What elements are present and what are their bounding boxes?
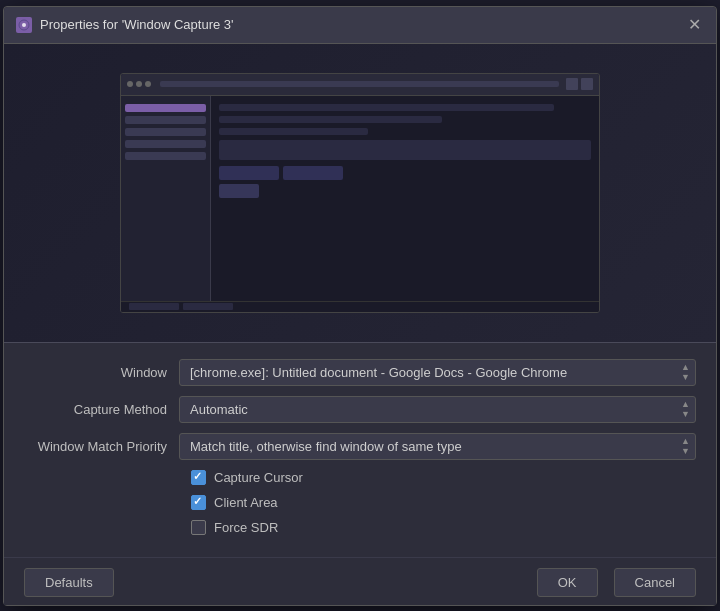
screen-preview bbox=[120, 73, 600, 313]
address-bar bbox=[160, 81, 559, 87]
fake-small-btn bbox=[219, 184, 259, 198]
taskbar bbox=[121, 301, 599, 312]
screen-bar bbox=[121, 74, 599, 96]
close-button[interactable]: ✕ bbox=[684, 15, 704, 35]
svg-point-1 bbox=[22, 23, 26, 27]
dot1 bbox=[127, 81, 133, 87]
window-match-priority-select[interactable]: Match title, otherwise find window of sa… bbox=[179, 433, 696, 460]
settings-panel: Window [chrome.exe]: Untitled document -… bbox=[4, 342, 716, 557]
checkboxes-area: Capture Cursor Client Area Force SDR bbox=[24, 470, 696, 535]
fake-sidebar bbox=[121, 96, 211, 312]
fake-btn-2 bbox=[283, 166, 343, 180]
preview-screenshot bbox=[4, 44, 716, 342]
capture-method-select-wrapper: AutomaticBitBltWindows 10 (1903 and up) … bbox=[179, 396, 696, 423]
client-area-checkbox[interactable] bbox=[191, 495, 206, 510]
content-dropdown bbox=[219, 140, 591, 160]
sidebar-item-3 bbox=[125, 128, 206, 136]
dialog-title: Properties for 'Window Capture 3' bbox=[40, 17, 234, 32]
nav-btn1 bbox=[566, 78, 578, 90]
screen-body bbox=[121, 96, 599, 312]
capture-cursor-row: Capture Cursor bbox=[191, 470, 696, 485]
client-area-label[interactable]: Client Area bbox=[214, 495, 278, 510]
sidebar-item-5 bbox=[125, 152, 206, 160]
capture-method-select[interactable]: AutomaticBitBltWindows 10 (1903 and up) bbox=[179, 396, 696, 423]
properties-dialog: Properties for 'Window Capture 3' ✕ bbox=[3, 6, 717, 606]
content-btn-row bbox=[219, 166, 591, 180]
preview-area bbox=[4, 44, 716, 342]
sidebar-item-4 bbox=[125, 140, 206, 148]
window-select-wrapper: [chrome.exe]: Untitled document - Google… bbox=[179, 359, 696, 386]
taskbar-item-1 bbox=[129, 303, 179, 310]
window-match-priority-label: Window Match Priority bbox=[24, 439, 179, 454]
window-match-priority-select-wrapper: Match title, otherwise find window of sa… bbox=[179, 433, 696, 460]
defaults-button[interactable]: Defaults bbox=[24, 568, 114, 597]
force-sdr-row: Force SDR bbox=[191, 520, 696, 535]
dot3 bbox=[145, 81, 151, 87]
window-label: Window bbox=[24, 365, 179, 380]
title-bar: Properties for 'Window Capture 3' ✕ bbox=[4, 7, 716, 44]
capture-method-row: Capture Method AutomaticBitBltWindows 10… bbox=[24, 396, 696, 423]
content-row-3 bbox=[219, 128, 368, 135]
content-row-1 bbox=[219, 104, 554, 111]
client-area-row: Client Area bbox=[191, 495, 696, 510]
taskbar-item-2 bbox=[183, 303, 233, 310]
window-select[interactable]: [chrome.exe]: Untitled document - Google… bbox=[179, 359, 696, 386]
nav-btn2 bbox=[581, 78, 593, 90]
cancel-button[interactable]: Cancel bbox=[614, 568, 696, 597]
fake-btn-1 bbox=[219, 166, 279, 180]
fake-main bbox=[211, 96, 599, 312]
capture-cursor-checkbox[interactable] bbox=[191, 470, 206, 485]
force-sdr-checkbox[interactable] bbox=[191, 520, 206, 535]
sidebar-item-1 bbox=[125, 104, 206, 112]
close-icon: ✕ bbox=[688, 15, 701, 34]
right-buttons: OK Cancel bbox=[537, 568, 696, 597]
obs-icon bbox=[16, 17, 32, 33]
capture-cursor-label[interactable]: Capture Cursor bbox=[214, 470, 303, 485]
window-row: Window [chrome.exe]: Untitled document -… bbox=[24, 359, 696, 386]
sidebar-item-2 bbox=[125, 116, 206, 124]
window-match-priority-row: Window Match Priority Match title, other… bbox=[24, 433, 696, 460]
force-sdr-label[interactable]: Force SDR bbox=[214, 520, 278, 535]
footer-buttons: Defaults OK Cancel bbox=[4, 557, 716, 605]
capture-method-label: Capture Method bbox=[24, 402, 179, 417]
dot2 bbox=[136, 81, 142, 87]
ok-button[interactable]: OK bbox=[537, 568, 598, 597]
title-bar-left: Properties for 'Window Capture 3' bbox=[16, 17, 234, 33]
content-row-2 bbox=[219, 116, 442, 123]
